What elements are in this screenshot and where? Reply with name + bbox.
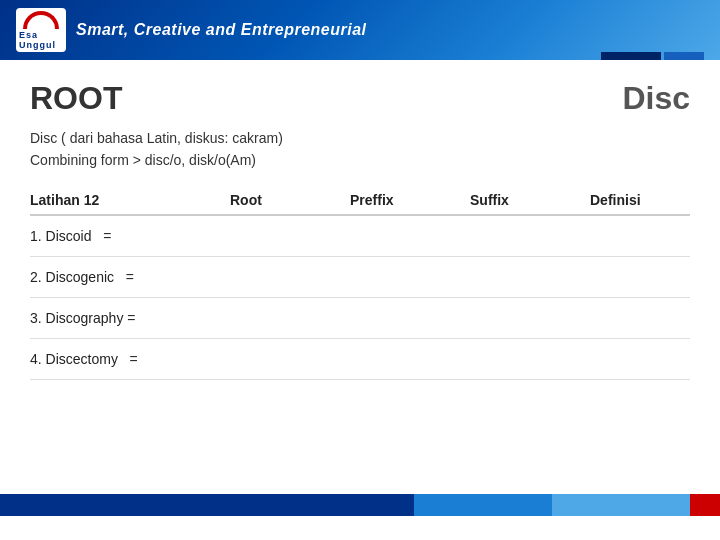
logo-area: Esa Unggul Smart, Creative and Entrepren… — [16, 8, 366, 52]
footer-bar-light — [552, 494, 690, 516]
footer-bars — [0, 494, 720, 516]
table: Latihan 12 Root Preffix Suffix Definisi … — [30, 192, 690, 380]
footer-bar-dark — [0, 494, 414, 516]
root-title: ROOT — [30, 80, 122, 117]
table-header: Latihan 12 Root Preffix Suffix Definisi — [30, 192, 690, 216]
main-content: ROOT Disc Disc ( dari bahasa Latin, disk… — [0, 60, 720, 516]
header-tagline: Smart, Creative and Entrepreneurial — [76, 21, 366, 39]
subtitle-line2: Combining form > disc/o, disk/o(Am) — [30, 149, 690, 171]
header-accent-bars — [601, 52, 720, 60]
logo-inner: Esa Unggul — [19, 10, 63, 50]
disc-title: Disc — [622, 80, 690, 117]
header: Esa Unggul Smart, Creative and Entrepren… — [0, 0, 720, 60]
logo-arc — [23, 11, 59, 29]
accent-bar-dark — [601, 52, 661, 60]
footer-bar-mid — [414, 494, 552, 516]
col-suffix: Suffix — [470, 192, 590, 208]
logo-box: Esa Unggul — [16, 8, 66, 52]
table-row: 2. Discogenic = — [30, 257, 690, 298]
subtitle: Disc ( dari bahasa Latin, diskus: cakram… — [30, 127, 690, 172]
col-preffix: Preffix — [350, 192, 470, 208]
table-row: 3. Discography = — [30, 298, 690, 339]
col-root: Root — [230, 192, 350, 208]
table-row: 1. Discoid = — [30, 216, 690, 257]
table-row: 4. Discectomy = — [30, 339, 690, 380]
accent-bar-mid — [664, 52, 704, 60]
row3-label: 3. Discography = — [30, 310, 230, 326]
subtitle-line1: Disc ( dari bahasa Latin, diskus: cakram… — [30, 127, 690, 149]
row4-label: 4. Discectomy = — [30, 351, 230, 367]
col-latihan: Latihan 12 — [30, 192, 230, 208]
col-definisi: Definisi — [590, 192, 710, 208]
logo-text: Esa Unggul — [19, 30, 63, 50]
footer-bar-red — [690, 494, 720, 516]
title-row: ROOT Disc — [30, 80, 690, 117]
row1-label: 1. Discoid = — [30, 228, 230, 244]
row2-label: 2. Discogenic = — [30, 269, 230, 285]
